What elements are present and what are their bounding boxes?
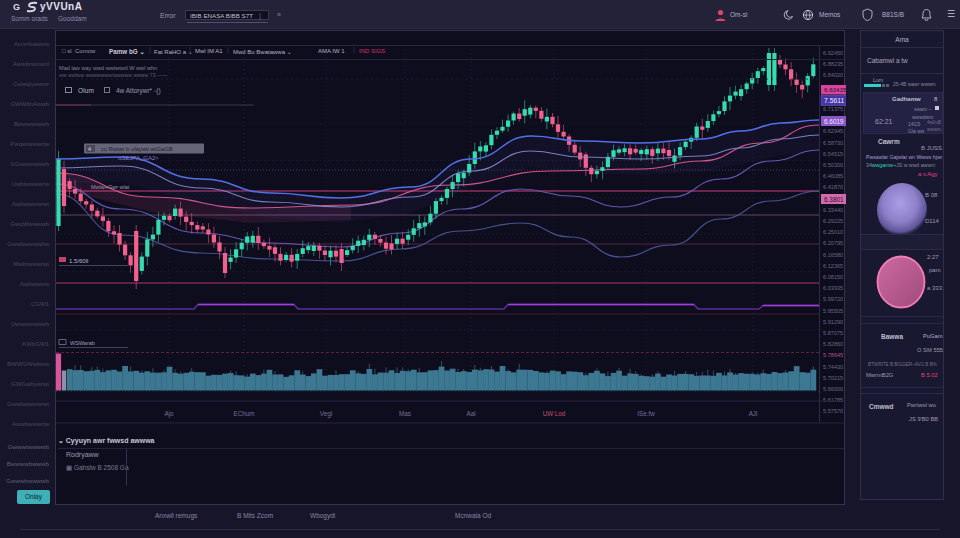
svg-text:EChum: EChum — [234, 410, 255, 417]
svg-text:6.71375: 6.71375 — [823, 106, 843, 112]
svg-text:5.74430: 5.74430 — [823, 364, 843, 370]
svg-text:6.92450: 6.92450 — [823, 50, 843, 56]
svg-text:6.29225: 6.29225 — [823, 218, 843, 224]
svg-text:6.50300: 6.50300 — [823, 162, 843, 168]
svg-text:6.3801: 6.3801 — [824, 196, 844, 203]
svg-text:6.84020: 6.84020 — [823, 72, 843, 78]
svg-text:UW Lod: UW Lod — [543, 410, 566, 417]
svg-text:6.62945: 6.62945 — [823, 128, 843, 134]
svg-text:5.70215: 5.70215 — [823, 375, 843, 381]
svg-text:5.78645: 5.78645 — [823, 352, 843, 358]
svg-text:6.03935: 6.03935 — [823, 285, 843, 291]
svg-text:6.6019: 6.6019 — [824, 118, 844, 125]
svg-text:5.66000: 5.66000 — [823, 386, 843, 392]
svg-text:Mwlw+Gwr wlat: Mwlw+Gwr wlat — [91, 184, 130, 190]
svg-text:1.5/60ll: 1.5/60ll — [69, 258, 88, 264]
svg-text:6.54515: 6.54515 — [823, 151, 843, 157]
svg-text:6.88235: 6.88235 — [823, 61, 843, 67]
svg-text:6.08150: 6.08150 — [823, 274, 843, 280]
svg-text:6.58730: 6.58730 — [823, 140, 843, 146]
svg-text:5.95505: 5.95505 — [823, 308, 843, 314]
svg-text:Aal: Aal — [466, 410, 475, 417]
svg-text:5.61785: 5.61785 — [823, 397, 843, 403]
svg-text:Mas: Mas — [399, 410, 411, 417]
svg-text:6.46085: 6.46085 — [823, 173, 843, 179]
svg-text:6.12365: 6.12365 — [823, 263, 843, 269]
svg-text:5.57570: 5.57570 — [823, 408, 843, 414]
svg-text:uSEJPA_GA2>: uSEJPA_GA2> — [118, 155, 159, 161]
svg-text:ISe.fw: ISe.fw — [637, 410, 655, 417]
svg-text:5.82860: 5.82860 — [823, 341, 843, 347]
svg-text:7.5611: 7.5611 — [824, 97, 845, 104]
svg-text:6.63435: 6.63435 — [824, 86, 846, 93]
svg-text:6.41870: 6.41870 — [823, 184, 843, 190]
svg-text:Vegl: Vegl — [320, 410, 332, 418]
svg-text:6.25010: 6.25010 — [823, 229, 843, 235]
svg-text:AJl: AJl — [749, 410, 758, 417]
svg-text:5.99720: 5.99720 — [823, 296, 843, 302]
svg-text:5.91290: 5.91290 — [823, 319, 843, 325]
svg-text:4: 4 — [88, 146, 91, 152]
svg-text:WSWarab: WSWarab — [70, 340, 95, 346]
svg-text:6.16580: 6.16580 — [823, 252, 843, 258]
svg-text:6.33440: 6.33440 — [823, 207, 843, 213]
svg-text:5.87075: 5.87075 — [823, 330, 843, 336]
svg-text:6.20795: 6.20795 — [823, 240, 843, 246]
svg-text:cс Rwtwr b ufaywti wtGaGB: cс Rwtwr b ufaywti wtGaGB — [101, 146, 173, 152]
svg-text:Ajo: Ajo — [164, 410, 174, 418]
